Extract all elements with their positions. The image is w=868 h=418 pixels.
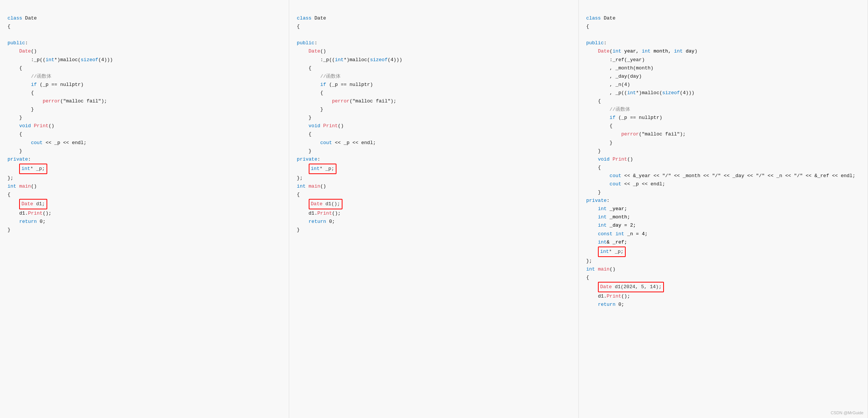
code-block-1: class Date { public: Date() :_p((int*)ma… (8, 6, 281, 243)
highlighted-int-p-1: int* _p; (19, 164, 47, 174)
class-name: Date (25, 15, 37, 21)
highlighted-date-d1-1: Date d1; (19, 199, 47, 209)
highlighted-int-p-2: int* _p; (309, 164, 336, 174)
panel-2: class Date { public: Date() :_p((int*)ma… (289, 0, 578, 418)
keyword-class: class (8, 15, 22, 21)
func-date: Date (19, 48, 31, 54)
highlighted-date-d1-3: Date d1(2024, 5, 14); (598, 282, 664, 292)
code-block-3: class Date { public: Date(int year, int … (586, 6, 860, 317)
code-block-2: class Date { public: Date() :_p((int*)ma… (297, 6, 571, 243)
highlighted-int-p-3: int* _p; (598, 247, 626, 257)
watermark: CSDN @MrGuide (830, 410, 863, 415)
highlighted-date-d1-2: Date d1(); (309, 199, 342, 209)
panel-1: class Date { public: Date() :_p((int*)ma… (0, 0, 289, 418)
keyword-private: private (8, 156, 28, 162)
panel-3: class Date { public: Date(int year, int … (579, 0, 868, 418)
keyword-public: public (8, 40, 25, 46)
